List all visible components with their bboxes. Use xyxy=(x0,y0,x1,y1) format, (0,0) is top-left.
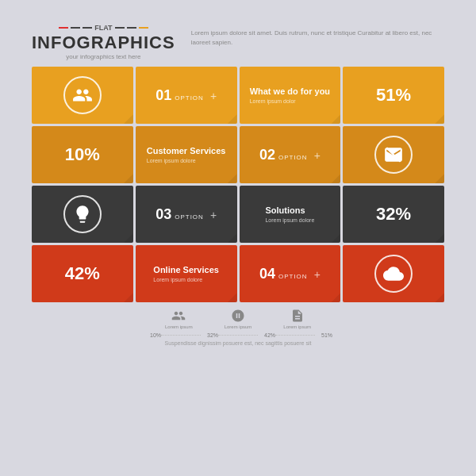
option-02: 02 OPTION + xyxy=(253,148,327,162)
progress-label-10: 10% xyxy=(144,332,161,338)
header-decoration: FLAT xyxy=(59,24,148,32)
customer-services-title: Customer Services xyxy=(147,146,226,156)
online-services-sub: Lorem ipsum dolore xyxy=(153,277,202,282)
option-03-num: 03 xyxy=(155,207,171,221)
cell-r4-c4 xyxy=(343,245,444,302)
header-subtitle: your infographics text here xyxy=(66,53,140,60)
option-03: 03 OPTION + xyxy=(149,207,223,221)
solutions-title: Solutions xyxy=(265,205,305,216)
dash-red xyxy=(59,27,68,29)
option-04-label: OPTION xyxy=(278,273,308,280)
option-01-plus: + xyxy=(210,90,217,102)
option-02-label: OPTION xyxy=(278,154,308,161)
cloud-icon-circle xyxy=(374,255,413,293)
header-description: Lorem ipsum dolore sit amet. Duis rutrum… xyxy=(191,24,444,48)
cell-r4-c3: 04 OPTION + xyxy=(240,245,341,302)
solutions-sub: Lorem ipsum dolore xyxy=(265,217,314,223)
lightbulb-icon xyxy=(72,204,93,225)
percent-10: 10% xyxy=(65,144,100,165)
cell-r3-c3: Solutions Lorem ipsum dolore xyxy=(240,186,341,243)
infographic-grid: 01 OPTION + What we do for you Lorem ips… xyxy=(32,67,444,302)
dash-dark2 xyxy=(83,27,92,29)
flat-label: FLAT xyxy=(94,24,112,32)
dash-yellow xyxy=(139,27,148,29)
cell-r2-c1: 10% xyxy=(32,126,133,183)
footer-people-icon xyxy=(171,309,186,323)
header-left: FLAT INFOGRAPHICS your infographics text… xyxy=(32,24,175,60)
mail-icon-circle xyxy=(374,136,413,174)
lightbulb-icon-circle xyxy=(63,195,102,233)
progress-dots-2 xyxy=(218,335,258,336)
cell-r3-c2: 03 OPTION + xyxy=(136,186,237,243)
footer-icon-people: Lorem ipsum xyxy=(165,309,193,329)
footer-bottom-text: Suspendisse dignissim posuere est, nec s… xyxy=(165,340,312,346)
cell-r4-c1: 42% xyxy=(32,245,133,302)
text-customer-services: Customer Services Lorem ipsum dolore xyxy=(140,146,232,163)
text-solutions: Solutions Lorem ipsum dolore xyxy=(259,205,321,223)
text-what-we-do: What we do for you Lorem ipsum dolor xyxy=(244,86,336,104)
option-01-num: 01 xyxy=(155,88,171,102)
option-02-plus: + xyxy=(314,149,321,162)
cell-r3-c4: 32% xyxy=(343,186,444,243)
cell-r2-c2: Customer Services Lorem ipsum dolore xyxy=(136,126,237,183)
progress-label-51: 51% xyxy=(315,332,332,338)
customer-services-sub: Lorem ipsum dolore xyxy=(147,158,196,163)
footer-people-label: Lorem ipsum xyxy=(165,324,193,329)
footer-icon-doc: Lorem ipsum xyxy=(283,309,311,329)
option-04-plus: + xyxy=(314,268,321,281)
header: FLAT INFOGRAPHICS your infographics text… xyxy=(32,24,444,60)
footer-icons: Lorem ipsum Lorem ipsum Lorem ipsum xyxy=(165,309,311,329)
footer-drop-icon xyxy=(231,309,245,323)
option-01: 01 OPTION + xyxy=(149,88,223,102)
progress-label-42: 42% xyxy=(258,332,275,338)
mail-icon xyxy=(383,144,404,165)
dash-dark3 xyxy=(115,27,125,29)
progress-label-32: 32% xyxy=(201,332,218,338)
cell-r1-c1 xyxy=(32,67,133,124)
cloud-icon xyxy=(383,263,404,284)
option-03-plus: + xyxy=(210,209,217,221)
cell-r4-c2: Online Services Lorem ipsum dolore xyxy=(136,245,237,302)
footer-doc-icon xyxy=(290,309,305,323)
cell-r1-c4: 51% xyxy=(343,67,444,124)
what-we-do-sub: Lorem ipsum dolor xyxy=(250,98,296,104)
footer-drop-label: Lorem ipsum xyxy=(225,324,252,329)
footer-progress-bar: 10% 32% 42% 51% xyxy=(52,332,424,338)
what-we-do-title: What we do for you xyxy=(250,86,330,97)
percent-32: 32% xyxy=(376,204,411,225)
header-title: INFOGRAPHICS xyxy=(32,33,175,52)
footer-doc-label: Lorem ipsum xyxy=(283,324,311,329)
percent-42: 42% xyxy=(65,263,100,284)
cell-r1-c3: What we do for you Lorem ipsum dolor xyxy=(240,67,341,124)
footer: Lorem ipsum Lorem ipsum Lorem ipsum 10% … xyxy=(32,309,444,346)
option-04: 04 OPTION + xyxy=(253,267,327,281)
option-03-label: OPTION xyxy=(175,213,204,221)
people-icon xyxy=(72,85,93,106)
people-icon-circle xyxy=(63,76,102,114)
cell-r3-c1 xyxy=(32,186,133,243)
cell-r1-c2: 01 OPTION + xyxy=(136,67,237,124)
progress-dots-3 xyxy=(275,335,315,336)
option-04-num: 04 xyxy=(259,267,275,281)
page-wrapper: FLAT INFOGRAPHICS your infographics text… xyxy=(16,16,460,460)
text-online-services: Online Services Lorem ipsum dolore xyxy=(147,265,225,282)
online-services-title: Online Services xyxy=(153,265,219,275)
progress-dots-1 xyxy=(161,335,201,336)
footer-icon-drop: Lorem ipsum xyxy=(225,309,252,329)
option-01-label: OPTION xyxy=(175,94,204,102)
option-02-num: 02 xyxy=(259,148,275,162)
dash-dark4 xyxy=(127,27,136,29)
dash-dark1 xyxy=(71,27,80,29)
cell-r2-c3: 02 OPTION + xyxy=(240,126,341,183)
cell-r2-c4 xyxy=(343,126,444,183)
percent-51: 51% xyxy=(376,85,411,106)
